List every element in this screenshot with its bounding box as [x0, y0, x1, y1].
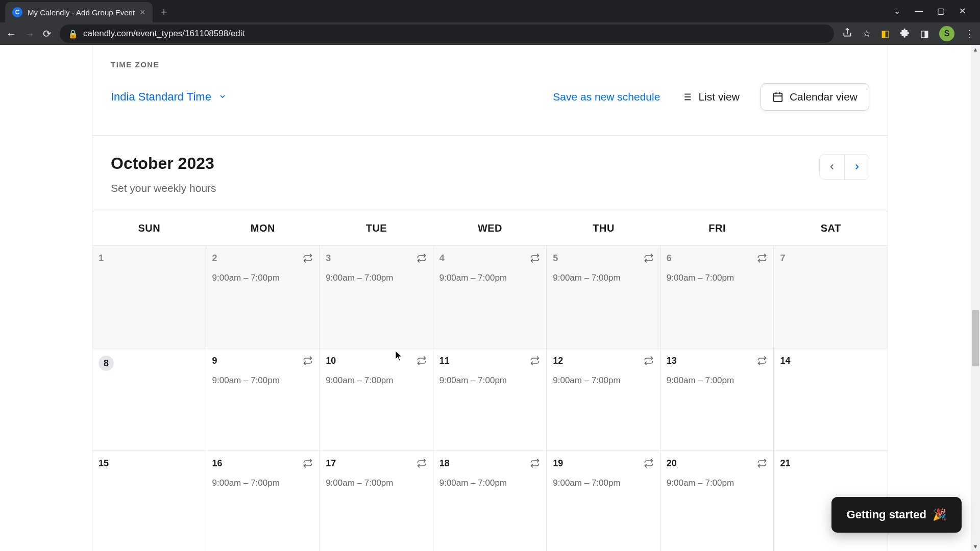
day-cell[interactable]: 15 [92, 451, 206, 551]
address-bar[interactable]: 🔒 calendly.com/event_types/161108598/edi… [60, 24, 834, 43]
day-cell[interactable]: 39:00am – 7:00pm [320, 246, 433, 348]
day-cell[interactable]: 14 [774, 348, 888, 450]
close-tab-icon[interactable]: × [140, 7, 145, 18]
day-cell[interactable]: 169:00am – 7:00pm [206, 451, 320, 551]
repeat-icon[interactable] [644, 458, 654, 470]
repeat-icon[interactable] [416, 458, 427, 470]
repeat-icon[interactable] [644, 356, 654, 368]
timezone-row: India Standard Time Save as new schedule… [111, 83, 869, 111]
tab-title: My Calendly - Add Group Event [28, 8, 135, 17]
day-cell[interactable]: 99:00am – 7:00pm [206, 348, 320, 450]
day-cell[interactable]: 179:00am – 7:00pm [320, 451, 433, 551]
chevron-down-icon [218, 90, 227, 104]
profile-avatar[interactable]: S [939, 26, 954, 41]
party-popper-icon: 🎉 [933, 508, 946, 521]
day-number: 2 [212, 253, 313, 264]
forward-icon[interactable]: → [24, 28, 35, 40]
sidepanel-icon[interactable]: ◨ [920, 28, 929, 39]
week-row: 899:00am – 7:00pm109:00am – 7:00pm119:00… [92, 348, 888, 451]
day-cell[interactable]: 209:00am – 7:00pm [660, 451, 774, 551]
minimize-icon[interactable]: — [915, 7, 923, 16]
day-number: 10 [326, 356, 427, 366]
day-hours: 9:00am – 7:00pm [212, 273, 313, 283]
day-hours: 9:00am – 7:00pm [667, 478, 768, 488]
list-view-button[interactable]: List view [669, 83, 751, 111]
repeat-icon[interactable] [757, 356, 767, 368]
calendar-subtitle: Set your weekly hours [111, 182, 216, 194]
back-icon[interactable]: ← [6, 28, 16, 40]
day-cell[interactable]: 1 [92, 246, 206, 348]
day-cell[interactable]: 69:00am – 7:00pm [660, 246, 774, 348]
maximize-icon[interactable]: ▢ [937, 6, 945, 16]
day-hours: 9:00am – 7:00pm [667, 375, 768, 386]
save-schedule-link[interactable]: Save as new schedule [553, 91, 660, 103]
day-number: 1 [99, 253, 200, 264]
day-cell[interactable]: 29:00am – 7:00pm [206, 246, 320, 348]
new-tab-button[interactable]: + [153, 2, 176, 22]
month-nav [819, 154, 869, 180]
day-number: 3 [326, 253, 427, 264]
calendar-view-button[interactable]: Calendar view [761, 83, 869, 111]
getting-started-button[interactable]: Getting started 🎉 [831, 497, 962, 533]
list-icon [681, 91, 692, 103]
calendar-view-label: Calendar view [790, 91, 857, 103]
schedule-panel: TIME ZONE India Standard Time Save as ne… [92, 45, 888, 551]
prev-month-button[interactable] [820, 155, 844, 179]
day-hours: 9:00am – 7:00pm [212, 478, 313, 488]
repeat-icon[interactable] [757, 458, 767, 470]
close-window-icon[interactable]: ✕ [959, 6, 966, 16]
day-cell[interactable]: 8 [92, 348, 206, 450]
day-header: THU [547, 211, 660, 245]
day-cell[interactable]: 139:00am – 7:00pm [660, 348, 774, 450]
day-headers: SUNMONTUEWEDTHUFRISAT [92, 211, 888, 246]
repeat-icon[interactable] [416, 253, 427, 265]
star-icon[interactable]: ☆ [863, 28, 871, 39]
scrollbar-thumb[interactable] [972, 310, 979, 366]
repeat-icon[interactable] [303, 253, 313, 265]
browser-tab[interactable]: C My Calendly - Add Group Event × [5, 2, 153, 22]
repeat-icon[interactable] [530, 253, 540, 265]
repeat-icon[interactable] [530, 356, 540, 368]
menu-icon[interactable]: ⋮ [965, 28, 974, 39]
calendar-icon [772, 91, 783, 103]
viewport: ▲ ▼ TIME ZONE India Standard Time Save a… [0, 45, 980, 551]
share-icon[interactable] [842, 28, 852, 40]
repeat-icon[interactable] [530, 458, 540, 470]
next-month-button[interactable] [844, 155, 869, 179]
reload-icon[interactable]: ⟳ [43, 28, 52, 40]
day-header: WED [433, 211, 547, 245]
day-hours: 9:00am – 7:00pm [553, 478, 654, 488]
day-number: 21 [780, 458, 881, 469]
repeat-icon[interactable] [303, 458, 313, 470]
day-number: 9 [212, 356, 313, 366]
repeat-icon[interactable] [303, 356, 313, 368]
day-cell[interactable]: 7 [774, 246, 888, 348]
scroll-up-icon[interactable]: ▲ [971, 45, 980, 54]
day-hours: 9:00am – 7:00pm [439, 478, 541, 488]
day-cell[interactable]: 189:00am – 7:00pm [433, 451, 547, 551]
day-cell[interactable]: 59:00am – 7:00pm [547, 246, 660, 348]
day-cell[interactable]: 109:00am – 7:00pm [320, 348, 433, 450]
repeat-icon[interactable] [644, 253, 654, 265]
scrollbar-track[interactable]: ▲ ▼ [971, 45, 980, 551]
day-cell[interactable]: 129:00am – 7:00pm [547, 348, 660, 450]
repeat-icon[interactable] [757, 253, 767, 265]
tabs-dropdown-icon[interactable]: ⌄ [894, 6, 900, 16]
getting-started-label: Getting started [847, 508, 926, 521]
browser-chrome: C My Calendly - Add Group Event × + ⌄ — … [0, 0, 980, 45]
day-cell[interactable]: 199:00am – 7:00pm [547, 451, 660, 551]
scroll-down-icon[interactable]: ▼ [971, 542, 980, 551]
calendly-favicon: C [12, 7, 22, 17]
day-number: 7 [780, 253, 881, 264]
timezone-select[interactable]: India Standard Time [111, 90, 227, 104]
day-number: 16 [212, 458, 313, 469]
timezone-section: TIME ZONE India Standard Time Save as ne… [92, 45, 888, 116]
extension-icon[interactable]: ◧ [881, 28, 890, 39]
day-number: 6 [667, 253, 768, 264]
repeat-icon[interactable] [416, 356, 427, 368]
extensions-icon[interactable] [900, 28, 910, 40]
day-cell[interactable]: 49:00am – 7:00pm [433, 246, 547, 348]
url-text: calendly.com/event_types/161108598/edit [83, 29, 244, 39]
day-hours: 9:00am – 7:00pm [667, 273, 768, 283]
day-cell[interactable]: 119:00am – 7:00pm [433, 348, 547, 450]
